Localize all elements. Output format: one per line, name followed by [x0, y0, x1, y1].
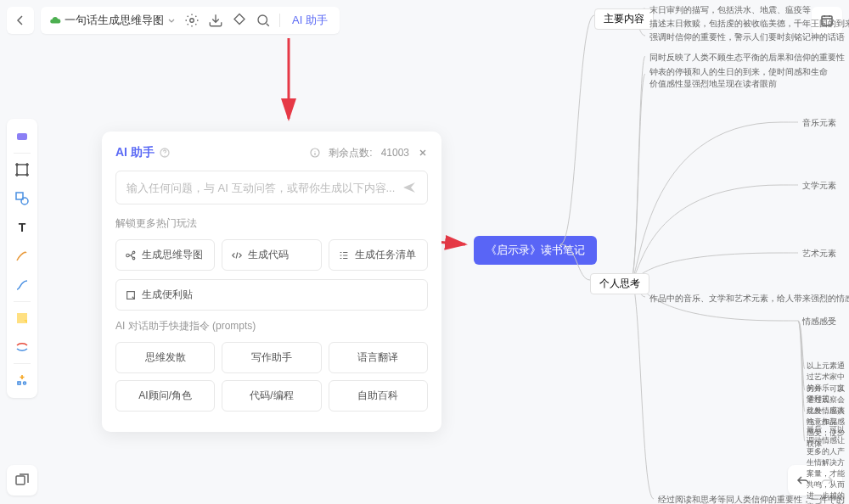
node-leaf[interactable]: 同时反映了人类不顾生态平衡的后果和信仰的重要性 — [649, 52, 845, 64]
node-music[interactable]: 音乐元素 — [802, 117, 836, 129]
node-leaf[interactable]: 经过阅读和思考等同人类信仰的重要性，一件中的 — [658, 494, 845, 504]
divider — [279, 14, 280, 27]
chip-sticky[interactable]: 生成便利贴 — [115, 279, 428, 311]
node-leaf[interactable]: 末日审判的描写，包括洪水、地震、瘟疫等 — [649, 4, 811, 16]
left-toolbar: T — [7, 119, 37, 398]
svg-point-1 — [258, 15, 267, 25]
tasks-icon — [338, 249, 350, 261]
tool-sticky[interactable] — [10, 306, 34, 330]
node-literature[interactable]: 文学元素 — [802, 180, 836, 192]
tool-sync[interactable] — [10, 335, 34, 359]
settings-icon[interactable] — [184, 13, 200, 28]
hot-section-title: 解锁更多热门玩法 — [115, 216, 428, 231]
export-icon[interactable] — [208, 13, 223, 28]
tag-icon[interactable] — [232, 13, 247, 28]
node-main-content[interactable]: 主要内容 — [594, 8, 654, 30]
svg-rect-3 — [17, 165, 27, 175]
node-art[interactable]: 艺术元素 — [802, 248, 836, 260]
prompts-section-title: AI 对话助手快捷指令 (prompts) — [115, 319, 428, 333]
ai-input[interactable] — [127, 182, 402, 194]
svg-rect-7 — [17, 313, 27, 323]
svg-point-14 — [127, 254, 130, 257]
node-leaf[interactable]: 最后，可以调动情感让更多的人产生情解决方案量，才能共鸣，从而进一步越的音乐、文学… — [807, 424, 849, 504]
prompt-advisor[interactable]: AI顾问/角色 — [115, 380, 215, 412]
title-bar: 一句话生成思维导图 AI 助手 — [41, 7, 340, 34]
send-icon[interactable] — [402, 180, 417, 195]
cloud-icon — [49, 14, 61, 26]
prompt-diverge[interactable]: 思维发散 — [115, 342, 215, 373]
svg-rect-2 — [17, 133, 27, 140]
chevron-down-icon — [167, 16, 176, 25]
tool-shape[interactable] — [10, 187, 34, 210]
svg-rect-8 — [18, 382, 20, 384]
mindmap-root-node[interactable]: 《启示录》读书笔记 — [474, 236, 597, 265]
layers-button[interactable] — [7, 465, 37, 496]
ai-assistant-panel: AI 助手 剩余点数: 41003 解锁更多热门玩法 生成思维导图 生成代码 生… — [102, 132, 441, 432]
prompt-translate[interactable]: 语言翻译 — [329, 342, 428, 373]
points-value: 41003 — [381, 147, 409, 159]
svg-text:T: T — [19, 221, 26, 234]
document-title[interactable]: 一句话生成思维导图 — [49, 13, 176, 28]
node-leaf[interactable]: 钟表的停顿和人的生日的到来，使时间感和生命价值感性显强烈地呈现在读者眼前 — [649, 66, 828, 90]
svg-point-5 — [21, 198, 28, 204]
tool-text[interactable]: T — [10, 216, 34, 239]
svg-rect-10 — [16, 476, 25, 484]
node-emotion[interactable]: 情感感受 — [802, 316, 836, 328]
sticky-icon — [125, 289, 137, 301]
divider — [14, 153, 31, 154]
mindmap-icon — [125, 249, 137, 261]
back-button[interactable] — [7, 7, 34, 34]
ai-assistant-button[interactable]: AI 助手 — [289, 13, 331, 28]
tool-pen[interactable] — [10, 244, 34, 268]
info-icon — [310, 148, 320, 158]
chip-code[interactable]: 生成代码 — [222, 239, 321, 271]
divider — [14, 363, 31, 364]
divider — [14, 301, 31, 302]
chip-tasks[interactable]: 生成任务清单 — [329, 239, 428, 271]
close-icon[interactable] — [418, 148, 428, 158]
tool-node[interactable] — [10, 125, 34, 148]
node-leaf[interactable]: 强调时信仰的重要性，警示人们要时刻铭记神的话语 — [649, 31, 845, 43]
prompt-encyclopedia[interactable]: 自助百科 — [329, 380, 428, 412]
node-personal-thinking[interactable]: 个人思考 — [590, 273, 649, 294]
svg-point-0 — [190, 19, 194, 23]
node-leaf[interactable]: 描述末日救赎，包括虔的被收临美德，千年王国的到来等 — [649, 18, 849, 30]
node-leaf[interactable]: 作品中的音乐、文学和艺术元素，给人带来强烈的情感感受 — [649, 293, 849, 305]
chip-mindmap[interactable]: 生成思维导图 — [115, 239, 215, 271]
tool-connector[interactable] — [10, 273, 34, 297]
tool-frame[interactable] — [10, 158, 34, 182]
code-icon — [231, 249, 243, 261]
tool-add[interactable] — [10, 368, 34, 392]
prompt-coding[interactable]: 代码/编程 — [222, 380, 321, 412]
help-icon[interactable] — [160, 148, 170, 158]
points-label: 剩余点数: — [329, 146, 372, 160]
ai-panel-title: AI 助手 — [115, 145, 170, 160]
prompt-writing[interactable]: 写作助手 — [222, 342, 321, 373]
search-icon[interactable] — [256, 13, 271, 28]
svg-point-9 — [24, 382, 26, 384]
ai-input-container[interactable] — [115, 171, 428, 204]
